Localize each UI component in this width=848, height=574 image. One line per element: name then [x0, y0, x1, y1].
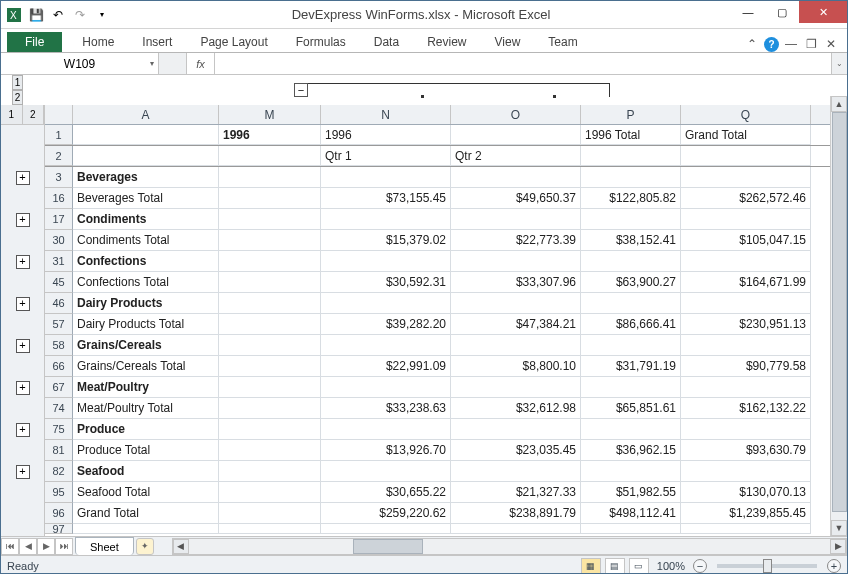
cell[interactable]: $30,592.31	[321, 272, 451, 293]
cell[interactable]	[219, 251, 321, 272]
cell[interactable]	[581, 293, 681, 314]
name-box[interactable]: W109 ▾	[1, 53, 159, 74]
zoom-thumb[interactable]	[763, 559, 772, 573]
cell[interactable]	[681, 209, 811, 230]
cell[interactable]: Qtr 2	[451, 146, 581, 166]
cell[interactable]	[219, 146, 321, 166]
cell[interactable]: $90,779.58	[681, 356, 811, 377]
row-header[interactable]: 82	[45, 461, 73, 482]
cell[interactable]: $130,070.13	[681, 482, 811, 503]
cell[interactable]	[73, 125, 219, 145]
cell[interactable]	[581, 461, 681, 482]
new-sheet-icon[interactable]: ✦	[136, 538, 154, 555]
formula-input[interactable]	[215, 53, 831, 74]
cell[interactable]: $36,962.15	[581, 440, 681, 461]
next-sheet-icon[interactable]: ▶	[37, 538, 55, 555]
cell[interactable]	[681, 377, 811, 398]
cell[interactable]	[321, 461, 451, 482]
file-tab[interactable]: File	[7, 32, 62, 52]
column-header-N[interactable]: N	[321, 105, 451, 124]
expand-row-group-button[interactable]: +	[16, 339, 30, 353]
redo-icon[interactable]: ↷	[71, 6, 89, 24]
cell[interactable]: $22,773.39	[451, 230, 581, 251]
cell[interactable]	[321, 209, 451, 230]
page-break-view-button[interactable]: ▭	[629, 558, 649, 574]
cell[interactable]: Produce	[73, 419, 219, 440]
cell[interactable]: $13,926.70	[321, 440, 451, 461]
tab-formulas[interactable]: Formulas	[282, 32, 360, 52]
help-icon[interactable]: ?	[764, 37, 779, 52]
row-header[interactable]: 16	[45, 188, 73, 209]
cell[interactable]: Seafood	[73, 461, 219, 482]
cell[interactable]: Beverages	[73, 167, 219, 188]
column-header-M[interactable]: M	[219, 105, 321, 124]
cell[interactable]	[581, 524, 681, 534]
cell[interactable]: $162,132.22	[681, 398, 811, 419]
cell[interactable]	[451, 167, 581, 188]
row-header[interactable]: 30	[45, 230, 73, 251]
cell[interactable]: 1996	[321, 125, 451, 145]
cell[interactable]	[219, 272, 321, 293]
cell[interactable]	[219, 440, 321, 461]
row-header[interactable]: 57	[45, 314, 73, 335]
cell[interactable]: Grand Total	[73, 503, 219, 524]
column-header-O[interactable]: O	[451, 105, 581, 124]
horizontal-scrollbar[interactable]: ◀ ▶	[172, 538, 847, 555]
cell[interactable]	[451, 335, 581, 356]
scroll-down-icon[interactable]: ▼	[831, 520, 847, 536]
cell[interactable]: $31,791.19	[581, 356, 681, 377]
last-sheet-icon[interactable]: ⏭	[55, 538, 73, 555]
cell[interactable]: $498,112.41	[581, 503, 681, 524]
cell[interactable]: Condiments	[73, 209, 219, 230]
cell[interactable]: 1996 Total	[581, 125, 681, 145]
tab-insert[interactable]: Insert	[128, 32, 186, 52]
cell[interactable]: $21,327.33	[451, 482, 581, 503]
cell[interactable]	[219, 398, 321, 419]
cell[interactable]: $32,612.98	[451, 398, 581, 419]
cell[interactable]: Grains/Cereals	[73, 335, 219, 356]
cell[interactable]	[73, 146, 219, 166]
row-header[interactable]: 17	[45, 209, 73, 230]
row-header[interactable]: 67	[45, 377, 73, 398]
cell[interactable]: $238,891.79	[451, 503, 581, 524]
row-outline-level-2[interactable]: 2	[23, 105, 45, 124]
cell[interactable]: Condiments Total	[73, 230, 219, 251]
cell[interactable]	[219, 482, 321, 503]
cell[interactable]: $47,384.21	[451, 314, 581, 335]
cell[interactable]: $262,572.46	[681, 188, 811, 209]
cell[interactable]: $38,152.41	[581, 230, 681, 251]
cell[interactable]	[219, 419, 321, 440]
cell[interactable]	[219, 230, 321, 251]
cell[interactable]: Dairy Products	[73, 293, 219, 314]
expand-formula-icon[interactable]: ⌄	[831, 53, 847, 74]
select-all-corner[interactable]	[45, 105, 73, 124]
expand-row-group-button[interactable]: +	[16, 171, 30, 185]
tab-home[interactable]: Home	[68, 32, 128, 52]
row-header[interactable]: 31	[45, 251, 73, 272]
row-header[interactable]: 66	[45, 356, 73, 377]
spreadsheet-grid[interactable]: AMNOPQ 1199619961996 TotalGrand Total2Qt…	[45, 105, 847, 536]
row-header[interactable]: 75	[45, 419, 73, 440]
minimize-button[interactable]: —	[731, 1, 765, 23]
cell[interactable]	[451, 125, 581, 145]
tab-team[interactable]: Team	[534, 32, 591, 52]
cell[interactable]: $33,238.63	[321, 398, 451, 419]
row-header[interactable]: 74	[45, 398, 73, 419]
ribbon-minimize-icon[interactable]: ⌃	[744, 36, 760, 52]
cell[interactable]	[73, 524, 219, 534]
cell[interactable]	[219, 461, 321, 482]
zoom-out-button[interactable]: −	[693, 559, 707, 573]
cell[interactable]	[681, 335, 811, 356]
row-header[interactable]: 3	[45, 167, 73, 188]
cell[interactable]	[581, 377, 681, 398]
row-header[interactable]: 46	[45, 293, 73, 314]
cell[interactable]: Meat/Poultry	[73, 377, 219, 398]
scroll-up-icon[interactable]: ▲	[831, 96, 847, 112]
cell[interactable]: $86,666.41	[581, 314, 681, 335]
zoom-in-button[interactable]: +	[827, 559, 841, 573]
cell[interactable]	[451, 524, 581, 534]
undo-icon[interactable]: ↶	[49, 6, 67, 24]
cell[interactable]	[219, 188, 321, 209]
cell[interactable]	[451, 377, 581, 398]
sheet-tab[interactable]: Sheet	[75, 537, 134, 555]
